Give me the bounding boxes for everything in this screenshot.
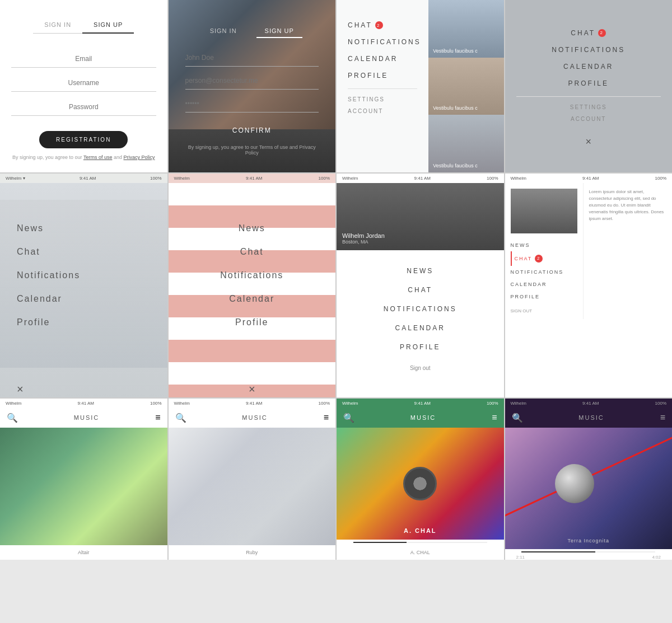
- menu-account[interactable]: ACCOUNT: [348, 105, 383, 117]
- side-image-caption-3: Vestibulu faucibus c: [433, 163, 478, 170]
- album-name-3: A. CHAL: [337, 545, 504, 560]
- time-music4: 9:41 AM: [582, 401, 599, 406]
- center-menu-news[interactable]: NEWS: [407, 261, 433, 280]
- menu-icon-music1[interactable]: ≡: [155, 413, 160, 423]
- terra-album-name: Terra Incognita: [505, 538, 673, 544]
- left-menu-calendar[interactable]: CALENDAR: [511, 278, 577, 291]
- left-menu-profile[interactable]: PROFILE: [511, 291, 577, 303]
- terms-link[interactable]: Terms of use: [83, 154, 113, 160]
- center-menu-chat[interactable]: CHAT: [408, 280, 432, 299]
- menu-icon-music2[interactable]: ≡: [324, 413, 329, 423]
- stripe-menu-news[interactable]: News: [239, 217, 265, 240]
- forest-menu-notifications[interactable]: Notifications: [17, 264, 80, 287]
- carrier-forest: Wilhelm: [6, 176, 21, 181]
- register-button[interactable]: REGISTRATION: [39, 131, 128, 148]
- metal-sphere: [555, 464, 594, 503]
- side-image-1: Vestibulu faucibus c: [428, 0, 503, 58]
- signup-fields: CONFIRM By signing up, you agree to our …: [169, 49, 336, 156]
- stripe-menu-profile[interactable]: Profile: [235, 311, 268, 334]
- carrier-side: Wilhelm: [511, 176, 526, 181]
- menu2-chat[interactable]: CHAT 2: [571, 25, 606, 41]
- signin-tab[interactable]: SIGN IN: [33, 17, 82, 34]
- left-menu-chat[interactable]: CHAT 2: [511, 251, 577, 266]
- side-menu-layout: NEWS CHAT 2 NOTIFICATIONS CALENDAR PROFI…: [505, 183, 673, 319]
- profile-header-image: Wilhelm Jordan Boston, MA: [337, 183, 504, 250]
- fullname-input[interactable]: [185, 49, 319, 67]
- time-music1: 9:41 AM: [78, 401, 94, 406]
- terms-text: By signing up, you agree to our Terms of…: [12, 154, 155, 161]
- battery-forest: 100%: [150, 176, 161, 181]
- side-image-caption-2: Vestibulu faucibus c: [433, 105, 478, 112]
- menu-chat[interactable]: CHAT 2: [348, 17, 383, 34]
- forest-menu-news[interactable]: News: [17, 217, 44, 240]
- music-title-2: MUSIC: [186, 414, 324, 421]
- menu2-notifications[interactable]: NOTIFICATIONS: [552, 41, 625, 58]
- menu2-profile[interactable]: PROFILE: [568, 75, 609, 92]
- menu-icon-music4[interactable]: ≡: [660, 413, 665, 423]
- signout-center[interactable]: Sign out: [410, 365, 431, 371]
- signup-dark-tab[interactable]: SIGN UP: [256, 25, 302, 38]
- album-art-3: A. CHAL: [337, 428, 504, 540]
- album-name-1: Altair: [0, 545, 167, 560]
- username-input[interactable]: [11, 74, 156, 92]
- confirm-button[interactable]: CONFIRM: [185, 121, 319, 140]
- stripe-menu-chat[interactable]: Chat: [240, 240, 264, 264]
- forest-close-button[interactable]: ×: [17, 383, 24, 396]
- email-input[interactable]: [11, 50, 156, 68]
- center-menu-profile[interactable]: PROFILE: [400, 338, 440, 357]
- status-bar-forest: Wilhelm ▾ 9:41 AM 100%: [0, 174, 167, 183]
- password-signup-input[interactable]: [185, 95, 319, 113]
- search-icon-music1[interactable]: 🔍: [7, 413, 18, 423]
- signin-dark-tab[interactable]: SIGN IN: [202, 25, 245, 38]
- stripe-menu-calendar[interactable]: Calendar: [229, 287, 274, 311]
- status-bar-side: Wilhelm 9:41 AM 100%: [505, 174, 673, 183]
- status-left: Wilhelm ▾: [6, 176, 25, 181]
- menu-notifications[interactable]: NOTIFICATIONS: [348, 34, 421, 50]
- stripe-close-button[interactable]: ×: [249, 383, 255, 396]
- left-menu-notifications[interactable]: NOTIFICATIONS: [511, 266, 577, 278]
- password-input[interactable]: [11, 99, 156, 116]
- forest-menu-calendar[interactable]: Calendar: [17, 287, 62, 311]
- forest-menu-chat[interactable]: Chat: [17, 240, 40, 264]
- menu2-account[interactable]: ACCOUNT: [571, 113, 606, 125]
- carrier-music1: Wilhelm: [6, 401, 21, 406]
- signin-tabs: SIGN IN SIGN UP: [11, 17, 156, 34]
- left-menu-news[interactable]: NEWS: [511, 239, 577, 251]
- menu-calendar[interactable]: CALENDAR: [348, 50, 398, 67]
- music-title-4: MUSIC: [523, 414, 660, 421]
- search-icon-music4[interactable]: 🔍: [512, 413, 523, 423]
- time-side: 9:41 AM: [582, 176, 599, 181]
- menu2-calendar[interactable]: CALENDAR: [563, 58, 613, 75]
- forest-menu: News Chat Notifications Calendar Profile: [0, 205, 167, 345]
- forest-background: News Chat Notifications Calendar Profile…: [0, 183, 167, 397]
- music-header-4: 🔍 MUSIC ≡: [505, 408, 673, 428]
- email-signup-input[interactable]: [185, 72, 319, 90]
- signup-tabs: SIGN IN SIGN UP: [169, 25, 336, 38]
- music-title-3: MUSIC: [354, 414, 492, 421]
- time-current: 2:11: [516, 555, 525, 560]
- signup-form-cell: SIGN IN SIGN UP CONFIRM By signing up, y…: [169, 0, 336, 172]
- music-cell-1: Wilhelm 9:41 AM 100% 🔍 MUSIC ≡ Altair: [0, 399, 167, 560]
- signup-tab[interactable]: SIGN UP: [82, 17, 134, 34]
- music-cell-4: Wilhelm 9:41 AM 100% 🔍 MUSIC ≡ Terra Inc…: [505, 399, 673, 560]
- battery-music1: 100%: [150, 401, 161, 406]
- close-button[interactable]: ×: [585, 136, 591, 148]
- music-title-1: MUSIC: [18, 414, 155, 421]
- search-icon-music2[interactable]: 🔍: [175, 413, 186, 423]
- privacy-link[interactable]: Privacy Policy: [124, 154, 155, 160]
- menu-icon-music3[interactable]: ≡: [492, 413, 497, 423]
- center-menu-calendar[interactable]: CALENDAR: [395, 318, 445, 338]
- time-profile: 9:41 AM: [414, 176, 431, 181]
- signout-side[interactable]: SIGN OUT: [511, 308, 577, 313]
- achal-artist: A. CHAL: [337, 527, 504, 534]
- search-icon-music3[interactable]: 🔍: [343, 413, 354, 423]
- stripe-menu-notifications[interactable]: Notifications: [220, 264, 283, 287]
- menu2-settings[interactable]: SETTINGS: [570, 101, 607, 113]
- center-menu-notifications-label[interactable]: NOTIFICATIONS: [384, 299, 457, 318]
- menu-settings[interactable]: SETTINGS: [348, 93, 385, 105]
- main-menu-panel: CHAT 2 NOTIFICATIONS CALENDAR PROFILE SE…: [337, 0, 428, 172]
- music-cell-2: Wilhelm 9:41 AM 100% 🔍 MUSIC ≡ Ruby: [169, 399, 336, 560]
- menu-profile[interactable]: PROFILE: [348, 67, 388, 84]
- forest-menu-profile[interactable]: Profile: [17, 311, 50, 334]
- signup-terms: By signing up, you agree to our Terms of…: [185, 144, 319, 156]
